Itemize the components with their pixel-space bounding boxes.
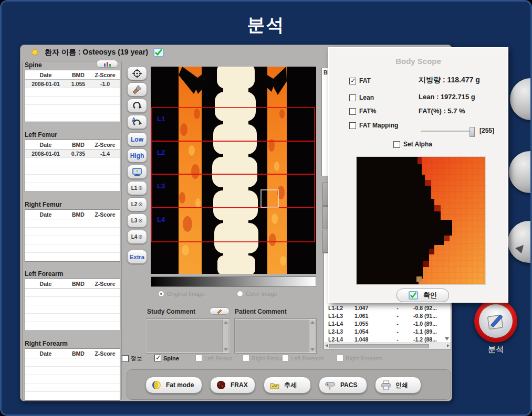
scroll-down-icon[interactable] [445,337,449,340]
table-row[interactable]: 2008-01-010.735-1.4 [25,150,120,158]
table-row[interactable]: 2008-01-011.055-1.0 [25,80,120,88]
l2-roi-button[interactable]: L2 [127,197,147,211]
scroll-right-icon[interactable] [447,344,450,347]
right-forearm-group: Right Forearm DateBMDZ-Score [25,340,120,401]
spine-group: Spine DateBMDZ-Score 2008-01-011.055-1.0 [25,61,120,122]
confirm-label: 확인 [423,291,437,300]
brush-tool-button[interactable] [127,82,147,97]
study-comment-input[interactable] [147,319,230,353]
printer-icon [381,380,391,390]
fat-mapping-checkbox[interactable]: FAT Mapping [349,122,398,129]
scroll-left-icon[interactable] [325,344,328,347]
rotate-tool-button[interactable] [127,99,147,113]
l4-roi-button[interactable]: L4 [127,230,147,244]
region-checkbox-row: 정보 Spine Left Femur Right Femur Left For… [20,355,452,363]
patient-confirm-icon[interactable] [153,48,164,57]
roi-label-l1: L1 [157,115,165,123]
low-button[interactable]: Low [127,132,147,146]
l1-roi-button[interactable]: L1 [127,181,147,195]
scrollbar-thumb[interactable] [329,344,429,348]
slider-handle[interactable] [470,127,475,137]
analyze-button-label: 분석 [473,345,518,355]
table-row[interactable]: L2-L31.054--1.1 (89... [324,327,451,335]
original-image-radio[interactable]: Original Image [158,291,205,297]
info-checkbox[interactable]: 정보 [122,355,142,362]
checkbox-icon [282,355,289,361]
table-row[interactable]: L1-L41.055--1.0 (89... [324,319,451,327]
nav-circle-button-1[interactable] [510,78,532,120]
print-button[interactable]: 인쇄 [375,377,421,393]
fat-mode-icon [151,380,162,390]
checkbox-icon [349,122,356,129]
checkbox-icon [349,78,356,84]
spine-checkbox[interactable]: Spine [154,355,179,361]
nav-circle-button-2[interactable] [509,151,532,193]
pacs-button[interactable]: PACS [319,377,367,393]
right-femur-checkbox[interactable]: Right Femur [243,355,284,361]
table-row[interactable]: L1-L31.061--0.8 (91... [324,312,451,319]
nav-circle-button-3[interactable] [508,221,532,263]
l3-roi-button[interactable]: L3 [127,214,147,228]
color-image-radio[interactable]: Color Image [237,291,277,297]
bottom-action-bar: Fat mode FRAX 추세 PACS 인쇄 [127,369,451,400]
rotate-icon [132,101,142,111]
right-forearm-checkbox[interactable]: Right Forearm [337,355,382,361]
confirm-button[interactable]: 확인 [397,289,449,302]
spine-scan-image[interactable]: L1 L2 L3 L4 [151,67,316,274]
table-header: DateBMDZ-Score [25,70,120,80]
image-mode-options: Original Image Color Image [151,291,316,299]
left-femur-group-label: Left Femur [25,131,120,140]
patient-comment-input[interactable] [235,319,316,353]
pacs-label: PACS [340,381,357,389]
alpha-slider[interactable] [421,131,474,132]
spine-table[interactable]: DateBMDZ-Score 2008-01-011.055-1.0 [25,70,120,122]
monitor-icon [132,167,142,177]
extra-button[interactable]: Extra [127,250,147,264]
patient-comment-scrollbar[interactable] [309,319,315,353]
checkbox-icon [393,141,400,148]
high-label: High [130,152,144,159]
high-button[interactable]: High [127,148,147,163]
target-dot-icon [138,234,143,239]
folder-icon [269,381,280,390]
spine-chart-button[interactable] [96,60,118,68]
fat-mode-button[interactable]: Fat mode [145,377,202,393]
edit-comment-button[interactable] [210,307,230,315]
table-row[interactable]: L2-L41.048--1.2 (88... [324,335,451,343]
analyze-button[interactable] [474,300,517,343]
target-dot-icon [138,186,143,190]
left-forearm-group-label: Left Forearm [25,270,120,279]
l4-label: L4 [131,234,138,240]
horizontal-scrollbar[interactable] [324,343,451,349]
patient-name-label: 환자 이름 : Osteosys (19 year) [45,48,148,57]
frax-button[interactable]: FRAX [210,377,255,393]
left-femur-checkbox[interactable]: Left Femur [195,355,232,361]
left-forearm-table[interactable]: DateBMDZ-Score [25,279,120,331]
original-image-label: Original Image [167,291,205,297]
roi-label-l2: L2 [157,148,165,156]
left-forearm-group: Left Forearm DateBMDZ-Score [25,270,120,331]
radio-icon [158,291,164,297]
fat-percent-checkbox[interactable]: FAT% [349,108,376,115]
study-comment-label: Study Comment [147,308,195,315]
measurement-sidebar: Spine DateBMDZ-Score 2008-01-011.055-1.0… [22,61,122,400]
study-comment-scrollbar[interactable] [222,319,228,353]
fat-checkbox[interactable]: FAT [349,77,371,84]
right-femur-group-label: Right Femur [25,201,120,209]
target-tool-button[interactable] [127,66,147,80]
table-header: DateBMDZ-Score [25,279,120,289]
left-femur-table[interactable]: DateBMDZ-Score 2008-01-010.735-1.4 [25,140,120,192]
pacs-icon [325,380,336,390]
trend-button[interactable]: 추세 [264,377,311,393]
monitor-tool-button[interactable] [127,165,147,179]
checkbox-icon [154,355,161,361]
checkbox-icon [243,355,249,361]
fat-mode-label: Fat mode [166,381,194,389]
lean-checkbox[interactable]: Lean [349,94,374,101]
auto-rotate-tool-button[interactable]: A [127,115,147,129]
right-femur-table[interactable]: DateBMDZ-Score [25,209,120,262]
table-row[interactable]: L1-L21.047--0.8 (92... [324,304,451,312]
set-alpha-checkbox[interactable]: Set Alpha [393,141,432,148]
left-forearm-checkbox[interactable]: Left Forearm [282,355,324,361]
trend-label: 추세 [284,381,297,390]
